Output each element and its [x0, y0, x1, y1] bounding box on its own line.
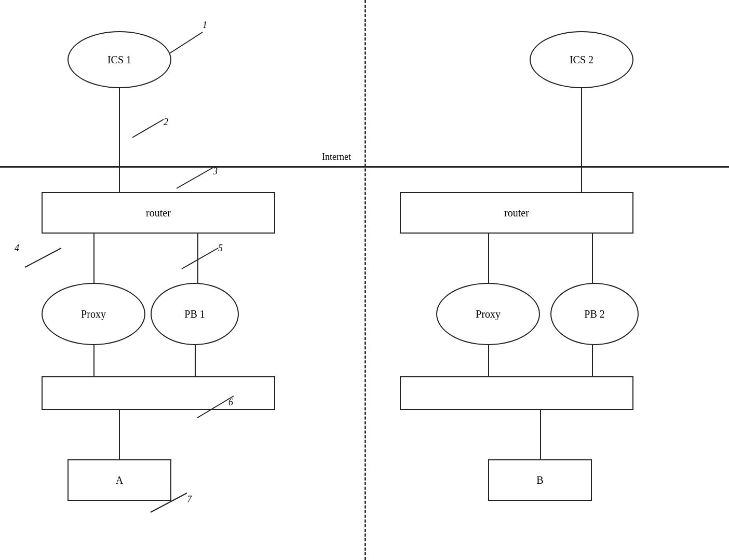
left-switch-rect	[42, 376, 275, 410]
slash-7	[145, 489, 192, 515]
right-ics-oval: ICS 2	[530, 31, 633, 88]
left-internet-to-router	[119, 166, 120, 192]
svg-line-1	[132, 119, 164, 138]
center-divider	[365, 0, 366, 560]
right-ics-to-internet	[581, 88, 582, 167]
svg-line-6	[151, 493, 187, 512]
left-router-label: router	[146, 207, 171, 219]
diagram: Internet 1 ICS 1 2 3 router 4 5 Proxy	[0, 0, 729, 560]
right-router-rect: router	[400, 192, 633, 234]
left-ics-oval: ICS 1	[68, 31, 171, 88]
svg-line-5	[197, 396, 234, 418]
right-ics-label: ICS 2	[570, 54, 593, 66]
right-node-b-rect: B	[488, 459, 592, 501]
right-internet-to-router	[581, 166, 582, 192]
right-pb2-oval: PB 2	[550, 283, 639, 345]
right-proxy-oval: Proxy	[436, 283, 540, 345]
slash-4	[20, 244, 66, 270]
svg-line-2	[177, 168, 213, 188]
left-router-to-proxy	[93, 234, 95, 283]
left-proxy-label: Proxy	[81, 308, 106, 320]
slash-5	[171, 244, 223, 272]
internet-label: Internet	[322, 152, 351, 162]
left-pb1-label: PB 1	[184, 308, 205, 320]
right-router-to-proxy	[488, 234, 489, 283]
right-router-label: router	[504, 207, 529, 219]
internet-line	[0, 166, 729, 168]
right-pb2-to-switch	[592, 345, 593, 376]
right-proxy-to-switch	[488, 345, 489, 376]
left-ics-to-internet	[119, 88, 120, 167]
left-node-a-label: A	[116, 474, 123, 486]
left-proxy-to-switch	[93, 345, 95, 376]
right-node-b-label: B	[536, 474, 543, 486]
slash-6	[187, 392, 239, 420]
slash-3	[171, 163, 218, 192]
left-proxy-oval: Proxy	[42, 283, 145, 345]
svg-line-3	[25, 248, 61, 267]
left-router-rect: router	[42, 192, 275, 234]
left-ics-label: ICS 1	[107, 54, 131, 66]
right-router-to-pb2	[592, 234, 593, 283]
label-4: 4	[15, 243, 19, 254]
left-switch-to-a	[119, 410, 120, 459]
svg-line-0	[166, 32, 203, 56]
left-pb1-oval: PB 1	[151, 283, 239, 345]
slash-2	[127, 114, 169, 140]
right-pb2-label: PB 2	[584, 308, 604, 320]
right-proxy-label: Proxy	[476, 308, 501, 320]
right-switch-rect	[400, 376, 633, 410]
svg-line-4	[182, 248, 218, 269]
right-switch-to-b	[540, 410, 541, 459]
left-pb1-to-switch	[195, 345, 196, 376]
